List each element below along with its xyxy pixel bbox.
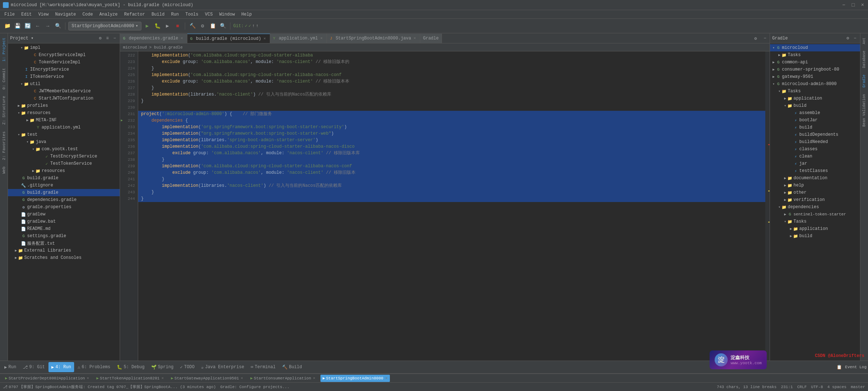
debug-button[interactable]: 🐛 bbox=[153, 22, 162, 30]
tree-item-impl[interactable]: ▾ 📁 impl bbox=[8, 44, 120, 51]
tree-item-jwt-member[interactable]: C JWTMemberDataService bbox=[8, 88, 120, 95]
tab-dependencies-gradle[interactable]: G dependencies.gradle × bbox=[120, 34, 187, 43]
build-project[interactable]: 🔨 bbox=[188, 22, 197, 30]
project-panel-options[interactable]: ⚙ bbox=[97, 35, 103, 41]
tree-item-token-impl[interactable]: C TokenServiceImpl bbox=[8, 59, 120, 66]
menu-refactor[interactable]: Refactor bbox=[121, 11, 148, 18]
gradle-documentation[interactable]: ▶ 📁 documentation bbox=[770, 175, 860, 182]
editor-collapse-icon[interactable]: − bbox=[762, 35, 768, 42]
right-tab-bean[interactable]: Bean Validation bbox=[861, 91, 867, 130]
tree-item-resources-2[interactable]: ▶ 📁 resources bbox=[8, 167, 120, 175]
bottom-tab-git[interactable]: ⎇ 9: Git bbox=[20, 362, 48, 372]
gradle-microcloud[interactable]: ▾ G microcloud bbox=[770, 44, 860, 51]
menu-build[interactable]: Build bbox=[149, 11, 167, 18]
tree-item-test[interactable]: ▾ 📁 test bbox=[8, 131, 120, 138]
tree-item-gradle-props[interactable]: ⚙ gradle.properties bbox=[8, 203, 120, 211]
run-token-app[interactable]: ▶ StartTokenApplication8201 × bbox=[94, 375, 166, 382]
tree-item-build-gradle[interactable]: G build.gradle bbox=[8, 175, 120, 182]
tree-item-gradlew[interactable]: 📄 gradlew bbox=[8, 211, 120, 218]
run-gateway[interactable]: ▶ StartGatewayApplication9501 × bbox=[169, 375, 245, 382]
menu-window[interactable]: Window bbox=[216, 11, 238, 18]
tree-item-itoken[interactable]: I ITokenService bbox=[8, 73, 120, 80]
forward-button[interactable]: → bbox=[43, 22, 52, 30]
bottom-tab-todo[interactable]: ✓ TODO bbox=[177, 362, 197, 372]
tree-item-iencrypt[interactable]: I IEncryptService bbox=[8, 66, 120, 73]
gradle-gateway[interactable]: ▶ G gateway-9501 bbox=[770, 73, 860, 80]
gradle-help[interactable]: ▶ 📁 help bbox=[770, 182, 860, 189]
save-button[interactable]: 💾 bbox=[13, 22, 22, 30]
close-button[interactable]: × bbox=[860, 3, 865, 8]
gradle-settings-icon[interactable]: ⚙ bbox=[845, 35, 851, 41]
stop-button[interactable]: ■ bbox=[173, 22, 182, 30]
gradle-build-task[interactable]: ⚡ build bbox=[770, 124, 860, 131]
bottom-tab-spring[interactable]: 🌱 Spring bbox=[148, 362, 176, 372]
tree-item-test-encrypt[interactable]: ✓ TestEncryptService bbox=[8, 153, 120, 160]
run-config-selector[interactable]: StartSpringBootAdmin8000 ▾ bbox=[68, 22, 141, 30]
project-panel-expand[interactable]: ≡ bbox=[105, 35, 110, 41]
menu-view[interactable]: View bbox=[35, 11, 52, 18]
run-with-coverage[interactable]: ▶ bbox=[163, 22, 172, 30]
toolbar-btn-4[interactable]: 🔍 bbox=[218, 22, 227, 30]
bottom-tab-build[interactable]: 🔨 Build bbox=[279, 362, 305, 372]
gradle-build-dependents[interactable]: ⚡ buildDependents bbox=[770, 131, 860, 138]
tree-item-settings-gradle[interactable]: G settings.gradle bbox=[8, 232, 120, 240]
gradle-collapse-icon[interactable]: − bbox=[852, 35, 858, 41]
gradle-build-2[interactable]: ▶ 📁 build bbox=[770, 232, 860, 240]
gradle-microcloud-admin[interactable]: ▾ G microcloud-admin-8000 bbox=[770, 80, 860, 88]
tree-item-resources[interactable]: ▾ 📁 resources bbox=[8, 109, 120, 117]
right-tab-ant[interactable]: Ant bbox=[861, 35, 867, 47]
gradle-tasks-admin[interactable]: ▾ 📁 Tasks bbox=[770, 88, 860, 95]
tree-item-util[interactable]: ▾ 📁 util bbox=[8, 80, 120, 88]
menu-analyze[interactable]: Analyze bbox=[97, 11, 120, 18]
tree-item-scratches[interactable]: ▶ 📁 Scratches and Consoles bbox=[8, 254, 120, 261]
gradle-classes[interactable]: ⚡ classes bbox=[770, 146, 860, 153]
gradle-clean[interactable]: ⚡ clean bbox=[770, 153, 860, 160]
gradle-verification[interactable]: ▶ 📁 verification bbox=[770, 196, 860, 203]
search-everywhere[interactable]: 🔍 bbox=[54, 22, 62, 30]
gradle-common-api[interactable]: ▶ G common-api bbox=[770, 59, 860, 66]
menu-help[interactable]: Help bbox=[238, 11, 255, 18]
right-tab-gradle[interactable]: Gradle bbox=[861, 72, 867, 91]
menu-code[interactable]: Code bbox=[80, 11, 96, 18]
menu-vcs[interactable]: VCS bbox=[202, 11, 216, 18]
gradle-tasks-2[interactable]: ▾ 📁 Tasks bbox=[770, 218, 860, 225]
tree-item-gradlew-bat[interactable]: 📄 gradlew.bat bbox=[8, 218, 120, 225]
tab-close-icon[interactable]: × bbox=[180, 36, 184, 41]
gradle-test-classes[interactable]: ⚡ testClasses bbox=[770, 167, 860, 175]
tab-build-gradle-microcloud[interactable]: G build.gradle (microcloud) × bbox=[187, 34, 270, 43]
gradle-assemble[interactable]: ⚡ assemble bbox=[770, 109, 860, 117]
right-tab-database[interactable]: Database bbox=[861, 48, 867, 71]
minimize-button[interactable]: − bbox=[841, 3, 846, 8]
sidebar-tab-project[interactable]: 1: Project bbox=[1, 35, 7, 64]
run-close-icon[interactable]: × bbox=[313, 376, 315, 381]
run-button[interactable]: ▶ bbox=[143, 22, 152, 30]
sidebar-tab-structure[interactable]: Z: Structure bbox=[1, 93, 7, 127]
run-close-icon[interactable]: × bbox=[385, 376, 388, 381]
run-close-icon[interactable]: × bbox=[87, 376, 89, 381]
menu-run[interactable]: Run bbox=[168, 11, 182, 18]
open-button[interactable]: 📁 bbox=[3, 22, 12, 30]
menu-file[interactable]: File bbox=[1, 11, 18, 18]
gradle-boot-jar[interactable]: ⚡ bootJar bbox=[770, 117, 860, 124]
bottom-tab-java-enterprise[interactable]: ☕ Java Enterprise bbox=[198, 362, 247, 372]
gradle-application[interactable]: ▶ 📁 application bbox=[770, 95, 860, 102]
gradle-jar[interactable]: ⚡ jar bbox=[770, 160, 860, 167]
tree-item-dependencies-gradle[interactable]: G dependencies.gradle bbox=[8, 196, 120, 203]
tree-item-encrypt-impl[interactable]: C EncryptServiceImpl bbox=[8, 51, 120, 59]
run-close-icon[interactable]: × bbox=[241, 376, 243, 381]
gradle-build-needed[interactable]: ⚡ buildNeeded bbox=[770, 138, 860, 146]
gradle-app-2[interactable]: ▶ 📁 application bbox=[770, 225, 860, 232]
tree-item-java[interactable]: ▾ 📁 java bbox=[8, 138, 120, 146]
sidebar-tab-favorites[interactable]: 2: Favorites bbox=[1, 129, 7, 163]
tree-item-service-config[interactable]: 📄 服务配置.txt bbox=[8, 240, 120, 247]
tree-item-app-yml[interactable]: Y application.yml bbox=[8, 124, 120, 131]
gradle-other[interactable]: ▶ 📁 other bbox=[770, 189, 860, 196]
tree-item-profiles[interactable]: ▶ 📁 profiles bbox=[8, 102, 120, 109]
bottom-tab-terminal[interactable]: ⌨ Terminal bbox=[248, 362, 278, 372]
bottom-tab-debug[interactable]: 🐛 5: Debug bbox=[114, 362, 148, 372]
tree-item-com-yootk-test[interactable]: ▾ 📁 com.yootk.test bbox=[8, 146, 120, 153]
menu-edit[interactable]: Edit bbox=[18, 11, 35, 18]
toolbar-btn-2[interactable]: ⚙ bbox=[198, 22, 207, 30]
toolbar-btn-3[interactable]: 📋 bbox=[208, 22, 217, 30]
gradle-consumer[interactable]: ▶ G consumer-springboot-80 bbox=[770, 66, 860, 73]
